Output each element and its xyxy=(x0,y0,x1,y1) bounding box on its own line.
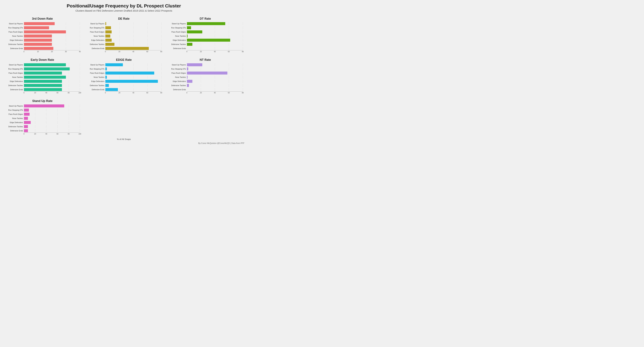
bar-label: Nose Tackles xyxy=(168,76,187,78)
bar-fill xyxy=(24,80,62,83)
bar-row: Stand Up Players xyxy=(168,63,243,67)
bar-track xyxy=(105,84,161,87)
bar-fill xyxy=(105,76,107,79)
bar-fill xyxy=(105,88,118,91)
chart-third_down_rate: 3rd Down RateStand Up PlayersRun Stoppin… xyxy=(3,15,82,54)
bar-fill xyxy=(187,76,188,79)
bar-row: Nose Tackles xyxy=(86,34,161,38)
axis-tick-label: 0 xyxy=(24,51,24,53)
bar-row: Stand Up Players xyxy=(5,22,80,26)
axis-tick-label: 40 xyxy=(214,51,216,53)
bar-track xyxy=(105,31,161,33)
chart-dt_rate: DT RateStand Up PlayersRun Stopping DTsP… xyxy=(166,15,244,54)
bar-fill xyxy=(105,63,123,66)
bar-row: Defensive Ends xyxy=(5,47,80,50)
bar-row: Pass Rush Edges xyxy=(5,71,80,75)
bar-fill xyxy=(24,88,62,91)
chart-title-dt_rate: DT Rate xyxy=(168,17,243,21)
bar-label: Run Stopping DTs xyxy=(168,68,187,70)
page-subtitle: Clusters Based on FBS Defensive Linemen … xyxy=(3,9,244,12)
bar-row: Nose Tackles xyxy=(168,75,243,79)
bar-label: Edge Defenders xyxy=(168,80,187,82)
bar-track xyxy=(105,43,161,46)
bar-label: Run Stopping DTs xyxy=(5,27,24,29)
axis-tick-label: 10 xyxy=(37,51,39,53)
bar-row: Run Stopping DTs xyxy=(168,26,243,30)
empty-panel xyxy=(166,98,244,136)
bar-fill xyxy=(187,63,202,66)
bar-row: Pass Rush Edges xyxy=(5,112,80,116)
bar-fill xyxy=(24,104,64,107)
axis-tick-label: 40 xyxy=(132,92,134,94)
bar-fill xyxy=(187,39,230,42)
axis-tick-label: 0 xyxy=(105,92,106,94)
bar-row: Stand Up Players xyxy=(5,104,80,108)
bar-row: Edge Defenders xyxy=(86,38,161,42)
bar-track xyxy=(187,26,243,29)
bar-label: Pass Rush Edges xyxy=(168,31,187,33)
bar-track xyxy=(24,76,80,79)
bar-fill xyxy=(24,109,29,112)
bar-track xyxy=(24,80,80,83)
top-row: 3rd Down RateStand Up PlayersRun Stoppin… xyxy=(3,15,244,54)
bar-label: Defensive Ends xyxy=(86,48,105,49)
bar-label: Stand Up Players xyxy=(168,64,187,66)
bar-track xyxy=(105,80,161,83)
bar-track xyxy=(24,104,80,107)
axis-tick-label: 80 xyxy=(242,51,244,53)
bar-label: Defensive Tackles xyxy=(168,43,187,45)
bar-label: Nose Tackles xyxy=(5,117,24,119)
bar-track xyxy=(187,88,243,91)
bar-fill xyxy=(24,63,66,66)
bar-track xyxy=(105,67,161,70)
bar-track xyxy=(187,31,243,33)
axis-tick-label: 30 xyxy=(65,51,67,53)
axis-tick-label: 0 xyxy=(24,133,24,135)
x-axis: 020406080100 xyxy=(24,91,80,94)
bar-label: Edge Defenders xyxy=(5,80,24,82)
bar-row: Defensive Ends xyxy=(168,47,243,50)
bar-track xyxy=(24,72,80,75)
axis-tick-label: 100 xyxy=(78,92,81,94)
bar-fill xyxy=(24,129,28,132)
bar-fill xyxy=(24,67,70,70)
bar-label: Run Stopping DTs xyxy=(5,109,24,111)
bar-fill xyxy=(187,67,188,70)
bar-fill xyxy=(187,22,226,25)
bar-fill xyxy=(24,84,62,87)
bar-label: Defensive Ends xyxy=(168,89,187,91)
bar-row: Nose Tackles xyxy=(5,75,80,79)
bar-row: Edge Defenders xyxy=(168,80,243,83)
bar-track xyxy=(24,125,80,128)
bar-label: Defensive Ends xyxy=(5,89,24,91)
bar-track xyxy=(105,72,161,75)
x-axis: 020406080 xyxy=(105,50,161,53)
bar-row: Pass Rush Edges xyxy=(5,30,80,34)
axis-tick-label: 80 xyxy=(68,133,70,135)
bar-label: Defensive Ends xyxy=(168,48,187,49)
bar-track xyxy=(105,76,161,79)
axis-tick-label: 20 xyxy=(200,92,202,94)
bar-fill xyxy=(187,31,202,33)
bar-row: Run Stopping DTs xyxy=(5,67,80,71)
bar-label: Nose Tackles xyxy=(5,35,24,37)
bar-fill xyxy=(105,31,112,33)
bar-fill xyxy=(24,76,66,79)
axis-tick-label: 20 xyxy=(34,133,36,135)
mid-row: Early Down RateStand Up PlayersRun Stopp… xyxy=(3,57,244,95)
bar-row: Run Stopping DTs xyxy=(5,26,80,30)
bar-chart-dt_rate: Stand Up PlayersRun Stopping DTsPass Rus… xyxy=(168,22,243,50)
bar-track xyxy=(187,63,243,66)
bar-row: Defensive Ends xyxy=(86,47,161,50)
bar-row: Stand Up Players xyxy=(86,63,161,67)
bar-track xyxy=(24,31,80,33)
bar-track xyxy=(187,76,243,79)
bar-label: Edge Defenders xyxy=(5,39,24,41)
bar-fill xyxy=(24,26,49,29)
bar-label: Defensive Ends xyxy=(86,89,105,91)
axis-tick-label: 60 xyxy=(146,51,148,53)
bar-row: Pass Rush Edges xyxy=(86,30,161,34)
bar-track xyxy=(187,39,243,42)
bar-chart-stand_up_rate: Stand Up PlayersRun Stopping DTsPass Rus… xyxy=(5,104,80,133)
bar-track xyxy=(24,121,80,124)
